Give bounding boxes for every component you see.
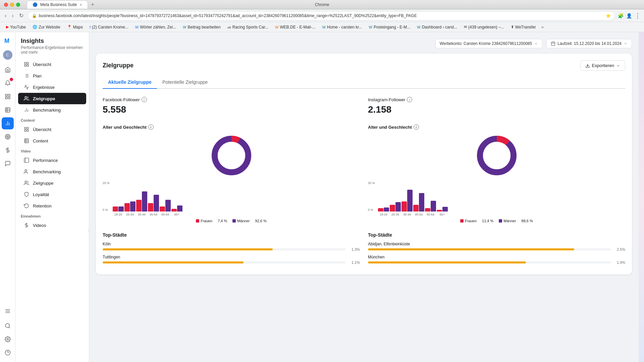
legend-manner-label-fb: Männer [237,219,250,223]
bookmark-home[interactable]: W Home - carsten kr... [319,24,365,31]
nav-item-ubersicht[interactable]: Übersicht [18,59,86,70]
svg-point-46 [25,181,26,183]
sidebar-icon-chat[interactable] [2,158,14,170]
legend-frauen-ig: Frauen [460,219,477,223]
account-selector[interactable]: Werbekonto: Carsten Krome 23842607961120… [435,39,542,48]
close-button[interactable] [4,3,8,7]
bookmark-wetransfer[interactable]: ⬆ WeTransfer [508,24,539,31]
sidebar-icon-target[interactable] [2,131,14,143]
new-tab-button[interactable]: ＋ [90,1,95,8]
svg-rect-35 [24,127,26,129]
sidebar-icon-insights[interactable] [2,117,14,129]
svg-rect-1 [5,94,7,96]
bar-male-35-44-fb [142,191,147,212]
instagram-donut-container [368,134,625,177]
ig-chart-info-icon[interactable]: i [414,124,419,130]
bookmark-website[interactable]: 🌐 Zur Website [30,24,63,31]
chevron-down-date-icon [624,42,628,46]
bar-male-25-34-fb [130,201,136,212]
bookmark-maps[interactable]: 📍 Maps [64,24,86,31]
fb-chart-info-icon[interactable]: i [148,124,154,130]
bookmark-carsten[interactable]: f (2) Carsten Krome... [87,24,131,31]
sidebar-icon-bell[interactable] [2,77,14,89]
facebook-chart-section: Alter und Geschlecht i [103,124,360,223]
bookmark-label: Posteingang - E-M... [374,25,410,29]
bookmark-ungelesen[interactable]: ✉ (439 ungelesen) –... [461,24,507,31]
bar-group-25-34-fb [124,185,136,212]
sidebar-icon-dollar[interactable] [2,144,14,156]
nav-item-benchmarking[interactable]: Benchmarking [18,104,86,116]
address-bar[interactable]: 🔒 business.facebook.com/latest/insights/… [28,11,615,20]
minimize-button[interactable] [10,3,14,7]
bookmark-beitrag[interactable]: W Beitrag bearbeiten [180,24,223,31]
back-button[interactable]: ‹ [3,11,8,20]
bar-group-55-64-ig [425,185,436,212]
bookmark-dashboard[interactable]: W Dashboard ‹ carst... [414,24,460,31]
nav-icon-zielgruppe [23,96,30,102]
nav-item-content-ubersicht[interactable]: Übersicht [18,124,86,135]
bar-female-35-44-ig [401,201,407,212]
svg-rect-24 [24,62,26,64]
x-label-18-24-fb: 18-24 [113,213,124,216]
tab-potentielle-zielgruppe[interactable]: Potentielle Zielgruppe [157,76,213,89]
bookmark-webde[interactable]: W WEB.DE - E-Mail-... [272,24,318,31]
tab-aktuelle-zielgruppe[interactable]: Aktuelle Zielgruppe [103,76,157,89]
date-range-selector[interactable]: Laufzeit: 15.12.2020 bis 14.01.2024 [546,39,632,48]
profile-icon[interactable]: 👤 [626,13,632,18]
bookmark-racing[interactable]: 🏎 Racing Sports Car... [225,24,271,31]
chevron-export-icon [616,64,620,68]
nav-item-videos[interactable]: Videos [18,220,86,231]
nav-item-zielgruppe[interactable]: Zielgruppe [18,93,86,104]
bookmark-label: Home - carsten kr... [327,25,362,29]
nav-label: Übersicht [33,127,51,132]
insights-subtitle: Performance-Ergebnisse einsehen und mehr [21,45,84,55]
instagram-info-icon[interactable]: i [407,97,412,102]
nav-item-retention[interactable]: Retention [18,200,86,212]
x-label-18-24-ig: 18-24 [378,213,389,216]
forward-button[interactable]: › [10,11,15,20]
tabs-row: Aktuelle Zielgruppe Potentielle Zielgrup… [103,76,625,89]
sidebar-icon-settings[interactable] [2,333,14,345]
menu-icon[interactable]: ⋮ [635,12,641,19]
user-avatar[interactable]: C [3,50,12,60]
legend-manner-label-ig: Männer [503,219,516,223]
nav-item-loyalitat[interactable]: Loyalität [18,189,86,200]
bookmark-worter[interactable]: W Wörter zählen, Zei... [132,24,179,31]
bar-group-35-44-ig [401,185,413,212]
sidebar-icon-table[interactable] [2,104,14,116]
bookmark-label: (2) Carsten Krome... [92,25,128,29]
bar-female-45-54-fb [148,203,153,212]
extensions-icon[interactable]: 🧩 [618,13,624,18]
nav-label: Videos [33,223,46,228]
nav-item-video-zielgruppe[interactable]: Zielgruppe [18,177,86,189]
browser-tab[interactable]: 🔵 Meta Business Suite ✕ [27,0,88,9]
bar-female-18-24-fb [113,206,118,212]
nav-label: Benchmarking [33,169,61,174]
instagram-chart-legend: Frauen 11,4 % Männer 88,6 % [368,219,625,223]
legend-frauen-pct-ig: 11,4 % [482,219,493,223]
bar-male-55-64-ig [431,201,436,212]
more-bookmarks-icon[interactable]: » [541,24,544,29]
bookmark-posteingang[interactable]: W Posteingang - E-M... [366,24,413,31]
sidebar-icon-grid[interactable] [2,90,14,103]
instagram-follower-label: Instagram-Follower i [368,97,625,102]
sidebar-icon-menu[interactable] [2,305,14,317]
nav-item-performance[interactable]: Performance [18,155,86,166]
svg-rect-26 [27,65,29,66]
city-bar-bg-koln [103,248,345,250]
reload-button[interactable]: ↻ [18,11,25,20]
export-button[interactable]: Exportieren [580,60,625,71]
nav-item-plan[interactable]: Plan [18,70,86,81]
sidebar-icon-search[interactable] [2,320,14,332]
sidebar-icon-help[interactable] [2,347,14,359]
sidebar-icon-home[interactable] [2,64,14,76]
nav-item-content[interactable]: Content [18,135,86,146]
bookmark-youtube[interactable]: ▶ YouTube [3,24,29,31]
maximize-button[interactable] [16,3,20,7]
bar-female-25-34-ig [390,205,395,212]
nav-item-ergebnisse[interactable]: Ergebnisse [18,81,86,93]
facebook-info-icon[interactable]: i [142,97,147,102]
nav-item-video-benchmarking[interactable]: Benchmarking [18,166,86,177]
tab-close-icon[interactable]: ✕ [79,3,82,7]
bar-female-55-64-fb [160,206,165,212]
